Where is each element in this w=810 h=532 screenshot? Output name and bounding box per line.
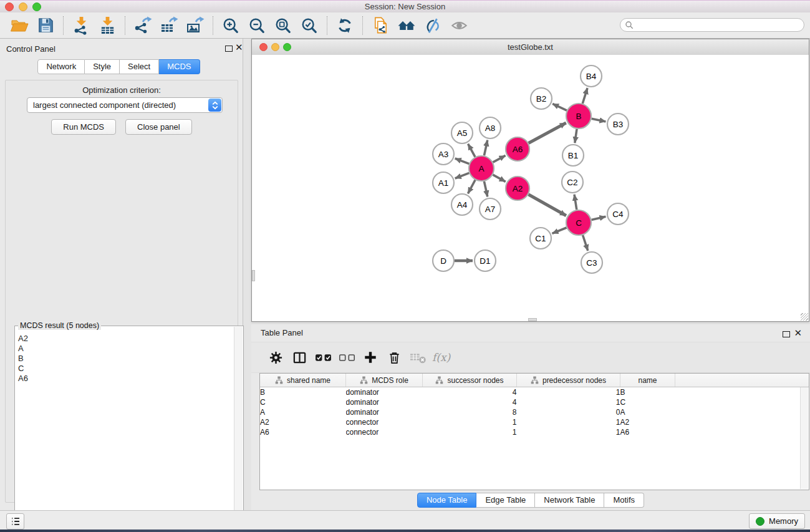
node-C[interactable]: C [566, 210, 591, 235]
edge-C-C3[interactable] [583, 235, 588, 251]
column-header-successor-nodes[interactable]: successor nodes [423, 374, 517, 387]
edge-B-B4[interactable] [582, 88, 587, 104]
mcds-result-item[interactable]: A2 [16, 334, 234, 344]
table-cell[interactable]: B [620, 387, 675, 398]
tab-network[interactable]: Network [37, 59, 85, 74]
edge-A-A4[interactable] [468, 180, 475, 194]
network-graph[interactable]: B4B2BB3B1A5A8A6A3AA1A2A4A7C2CC4C1C3DD1 [252, 55, 809, 321]
close-panel-icon[interactable]: ✕ [235, 43, 243, 52]
node-A8[interactable]: A8 [480, 117, 501, 138]
zoom-in-button[interactable] [218, 14, 244, 37]
hide-annotations-button[interactable] [420, 14, 446, 37]
table-cell[interactable]: B [260, 387, 346, 398]
column-header-shared-name[interactable]: shared name [260, 374, 346, 387]
node-C4[interactable]: C4 [607, 203, 629, 225]
edge-A-A6[interactable] [493, 155, 506, 162]
table-cell[interactable]: 4 [423, 387, 517, 398]
table-cell[interactable]: A [260, 407, 346, 417]
edge-C-C4[interactable] [591, 216, 605, 220]
edge-B-B2[interactable] [552, 104, 567, 110]
mcds-result-item[interactable]: C [16, 364, 234, 374]
node-C2[interactable]: C2 [562, 172, 583, 193]
node-B1[interactable]: B1 [562, 145, 584, 166]
close-table-panel-icon[interactable]: ✕ [794, 329, 802, 337]
tab-edge-table[interactable]: Edge Table [476, 493, 535, 508]
node-A1[interactable]: A1 [433, 172, 454, 193]
table-row[interactable]: Bdominator41B [260, 387, 809, 398]
open-session-button[interactable] [6, 14, 32, 37]
node-A6[interactable]: A6 [506, 137, 529, 161]
show-panels-button[interactable] [6, 513, 24, 530]
table-cell[interactable]: 8 [423, 407, 517, 417]
table-cell[interactable]: connector [346, 417, 423, 427]
table-cell[interactable]: 1 [517, 427, 620, 437]
select-all-rows-button[interactable] [311, 346, 335, 369]
mcds-result-scrollbar[interactable] [234, 327, 243, 532]
show-graphics-details-button[interactable] [446, 14, 472, 37]
table-row[interactable]: Adominator80A [260, 407, 809, 417]
add-column-button[interactable] [359, 346, 382, 369]
delete-table-button[interactable] [406, 346, 430, 369]
edge-A2-C[interactable] [528, 195, 566, 216]
tab-style[interactable]: Style [85, 59, 120, 74]
tab-node-table[interactable]: Node Table [417, 493, 477, 508]
node-C3[interactable]: C3 [581, 252, 602, 273]
node-B[interactable]: B [566, 104, 591, 128]
table-cell[interactable]: C [260, 397, 346, 407]
tab-network-table[interactable]: Network Table [535, 493, 604, 508]
edge-A-A8[interactable] [484, 140, 487, 156]
table-cell[interactable]: 1 [517, 397, 620, 407]
column-header-mcds-role[interactable]: MCDS role [346, 374, 423, 387]
node-B3[interactable]: B3 [607, 114, 629, 135]
criterion-dropdown[interactable]: largest connected component (directed) [27, 97, 223, 113]
export-table-button[interactable] [156, 14, 182, 37]
column-header-name[interactable]: name [620, 374, 675, 387]
refresh-layout-button[interactable] [332, 14, 358, 37]
edge-A-A3[interactable] [455, 158, 470, 164]
float-panel-icon[interactable] [225, 46, 233, 52]
table-cell[interactable]: 1 [517, 387, 620, 398]
home-view-button[interactable] [393, 14, 420, 37]
table-cell[interactable]: 1 [517, 417, 620, 427]
table-cell[interactable]: connector [346, 427, 423, 437]
close-panel-button[interactable]: Close panel [125, 119, 192, 135]
import-network-button[interactable] [68, 14, 94, 37]
deselect-all-rows-button[interactable] [335, 346, 359, 369]
clone-network-button[interactable] [367, 14, 393, 37]
mcds-result-item[interactable]: A [16, 344, 234, 354]
zoom-fit-button[interactable] [270, 14, 296, 37]
edge-C-C2[interactable] [574, 195, 577, 210]
table-cell[interactable]: 1 [423, 427, 517, 437]
save-session-button[interactable] [32, 14, 59, 37]
import-table-button[interactable] [94, 14, 120, 37]
zoom-out-button[interactable] [244, 14, 270, 37]
network-window-titlebar[interactable]: testGlobe.txt [252, 39, 809, 56]
delete-columns-button[interactable] [382, 346, 406, 369]
table-settings-button[interactable] [264, 346, 287, 369]
table-row[interactable]: Cdominator41C [260, 397, 809, 407]
edge-A-A5[interactable] [468, 144, 475, 157]
network-vertical-scrollbar[interactable] [252, 270, 255, 281]
table-cell[interactable]: A2 [260, 417, 346, 427]
node-D1[interactable]: D1 [475, 250, 496, 271]
node-A2[interactable]: A2 [506, 177, 529, 200]
window-resize-grip[interactable] [801, 313, 808, 321]
table-cell[interactable]: A6 [620, 427, 675, 437]
node-A5[interactable]: A5 [451, 122, 473, 143]
edge-C-C1[interactable] [552, 228, 567, 233]
table-cell[interactable]: dominator [346, 387, 423, 398]
tab-select[interactable]: Select [120, 59, 159, 74]
table-cell[interactable]: dominator [346, 397, 423, 407]
edge-A-A1[interactable] [455, 173, 470, 178]
table-cell[interactable]: 4 [423, 397, 517, 407]
network-horizontal-scrollbar[interactable] [528, 318, 537, 321]
table-cell[interactable]: A [620, 407, 675, 417]
table-cell[interactable]: A2 [620, 417, 675, 427]
column-header-predecessor-nodes[interactable]: predecessor nodes [517, 374, 620, 387]
network-canvas[interactable]: B4B2BB3B1A5A8A6A3AA1A2A4A7C2CC4C1C3DD1 [252, 55, 809, 321]
node-D[interactable]: D [433, 250, 454, 271]
node-A3[interactable]: A3 [433, 143, 454, 165]
table-cell[interactable]: C [620, 397, 675, 407]
edge-A6-B[interactable] [529, 123, 566, 143]
table-row[interactable]: A2connector11A2 [260, 417, 809, 427]
